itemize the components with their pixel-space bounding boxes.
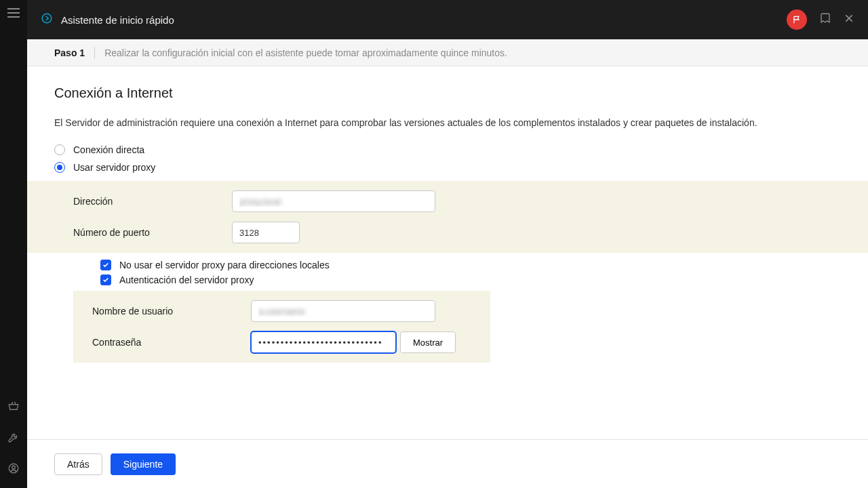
section-title: Conexión a Internet — [54, 85, 841, 101]
step-label: Paso 1 — [54, 47, 85, 58]
wizard-icon — [41, 12, 53, 27]
header: Asistente de inicio rápido — [27, 0, 868, 39]
basket-icon[interactable] — [7, 400, 20, 415]
auth-panel: Nombre de usuario Contraseña Mostrar — [73, 291, 490, 363]
svg-point-2 — [42, 14, 52, 23]
svg-point-1 — [12, 466, 16, 469]
radio-direct-connection[interactable]: Conexión directa — [54, 144, 841, 155]
port-label: Número de puerto — [73, 227, 232, 238]
checkbox-auth[interactable]: Autenticación del servidor proxy — [100, 274, 841, 285]
step-divider — [94, 47, 95, 59]
checkbox-bypass-local[interactable]: No usar el servidor proxy para direccion… — [100, 260, 841, 270]
username-input[interactable] — [251, 300, 435, 322]
radio-icon — [54, 162, 65, 173]
wizard-footer: Atrás Siguiente — [27, 439, 868, 488]
wrench-icon[interactable] — [7, 431, 20, 446]
wizard-title: Asistente de inicio rápido — [61, 14, 174, 26]
user-icon[interactable] — [7, 462, 20, 477]
svg-point-0 — [9, 464, 18, 473]
password-input[interactable] — [251, 331, 396, 353]
bookmark-icon[interactable] — [819, 12, 831, 27]
port-input[interactable] — [232, 222, 300, 243]
address-input[interactable] — [232, 190, 435, 212]
step-bar: Paso 1 Realizar la configuración inicial… — [27, 39, 868, 66]
close-icon[interactable] — [844, 13, 854, 26]
checkbox-auth-label: Autenticación del servidor proxy — [119, 274, 254, 285]
menu-icon[interactable] — [7, 8, 20, 18]
radio-proxy-label: Usar servidor proxy — [73, 162, 155, 173]
checkbox-icon — [100, 260, 111, 270]
flag-badge[interactable] — [787, 9, 807, 30]
radio-use-proxy[interactable]: Usar servidor proxy — [54, 162, 841, 173]
checkbox-bypass-label: No usar el servidor proxy para direccion… — [119, 260, 330, 270]
password-label: Contraseña — [92, 337, 251, 348]
proxy-panel: Dirección Número de puerto — [27, 181, 868, 253]
radio-icon — [54, 144, 65, 155]
checkbox-icon — [100, 274, 111, 285]
address-label: Dirección — [73, 196, 232, 207]
next-button[interactable]: Siguiente — [111, 453, 176, 475]
content: Conexión a Internet El Servidor de admin… — [27, 66, 868, 439]
show-password-button[interactable]: Mostrar — [400, 331, 456, 353]
sidebar — [0, 0, 27, 488]
step-description: Realizar la configuración inicial con el… — [104, 47, 507, 58]
radio-direct-label: Conexión directa — [73, 144, 144, 155]
username-label: Nombre de usuario — [92, 306, 251, 317]
section-description: El Servidor de administración requiere u… — [54, 116, 841, 129]
back-button[interactable]: Atrás — [54, 453, 102, 475]
